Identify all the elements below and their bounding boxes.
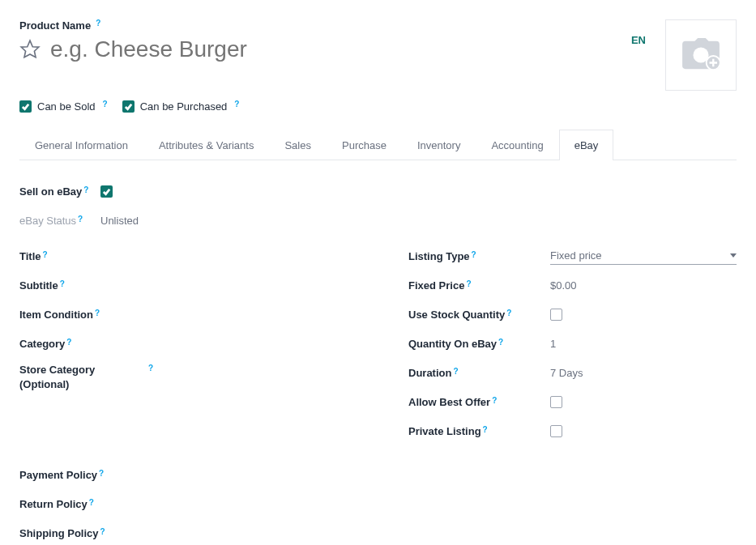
qty-on-ebay-label: Quantity On eBay? xyxy=(408,338,550,350)
product-image-placeholder[interactable] xyxy=(665,19,737,91)
help-icon[interactable]: ? xyxy=(43,250,48,259)
can-be-sold-checkbox[interactable]: Can be Sold? xyxy=(19,100,108,113)
help-icon[interactable]: ? xyxy=(78,215,83,224)
checkbox-checked-icon xyxy=(19,100,32,113)
tab-ebay[interactable]: eBay xyxy=(559,130,614,160)
listing-type-select[interactable]: Fixed price xyxy=(550,247,737,265)
payment-policy-label: Payment Policy? xyxy=(19,469,153,481)
category-label: Category? xyxy=(19,338,153,350)
help-icon[interactable]: ? xyxy=(60,279,65,288)
svg-marker-0 xyxy=(21,40,39,57)
store-category-label: Store Category (Optional)? xyxy=(19,363,153,392)
help-icon[interactable]: ? xyxy=(453,367,458,376)
ebay-status-label: eBay Status? xyxy=(19,215,100,227)
product-name-input[interactable] xyxy=(50,36,631,62)
title-label: Title? xyxy=(19,250,153,262)
can-be-purchased-checkbox[interactable]: Can be Purchased? xyxy=(122,100,240,113)
allow-best-offer-label: Allow Best Offer? xyxy=(408,396,550,408)
camera-plus-icon xyxy=(681,38,721,72)
private-listing-label: Private Listing? xyxy=(408,425,550,437)
help-icon[interactable]: ? xyxy=(66,338,71,347)
allow-best-offer-checkbox[interactable] xyxy=(550,396,562,408)
tab-purchase[interactable]: Purchase xyxy=(327,130,402,160)
subtitle-label: Subtitle? xyxy=(19,279,153,292)
duration-value[interactable]: 7 Days xyxy=(550,367,737,379)
use-stock-qty-checkbox[interactable] xyxy=(550,309,562,321)
help-icon[interactable]: ? xyxy=(95,309,100,317)
fixed-price-value[interactable]: $0.00 xyxy=(550,279,737,292)
help-icon[interactable]: ? xyxy=(99,469,104,478)
use-stock-qty-label: Use Stock Quantity? xyxy=(408,309,550,321)
listing-type-label: Listing Type? xyxy=(408,250,550,262)
help-icon[interactable]: ? xyxy=(83,185,88,194)
tab-attributes-variants[interactable]: Attributes & Variants xyxy=(143,130,270,160)
help-icon[interactable]: ? xyxy=(100,527,105,536)
help-icon[interactable]: ? xyxy=(506,309,511,317)
help-icon[interactable]: ? xyxy=(96,19,100,28)
duration-label: Duration? xyxy=(408,367,550,379)
help-icon[interactable]: ? xyxy=(498,338,503,347)
tab-sales[interactable]: Sales xyxy=(269,130,327,160)
help-icon[interactable]: ? xyxy=(148,363,153,374)
tabs: General Information Attributes & Variant… xyxy=(19,129,737,160)
star-icon[interactable] xyxy=(19,39,41,60)
language-badge[interactable]: EN xyxy=(631,34,646,46)
help-icon[interactable]: ? xyxy=(103,100,108,109)
help-icon[interactable]: ? xyxy=(466,279,471,288)
sell-on-ebay-checkbox[interactable] xyxy=(100,185,113,198)
product-name-label: Product Name? xyxy=(19,19,100,32)
tab-accounting[interactable]: Accounting xyxy=(476,130,558,160)
shipping-policy-label: Shipping Policy? xyxy=(19,527,153,539)
return-policy-label: Return Policy? xyxy=(19,498,153,510)
help-icon[interactable]: ? xyxy=(472,250,476,259)
tab-inventory[interactable]: Inventory xyxy=(402,130,476,160)
private-listing-checkbox[interactable] xyxy=(550,425,562,437)
help-icon[interactable]: ? xyxy=(89,498,94,507)
help-icon[interactable]: ? xyxy=(234,100,239,109)
help-icon[interactable]: ? xyxy=(483,425,488,434)
sell-on-ebay-label: Sell on eBay? xyxy=(19,185,100,198)
help-icon[interactable]: ? xyxy=(492,396,497,405)
qty-on-ebay-value[interactable]: 1 xyxy=(550,338,737,350)
item-condition-label: Item Condition? xyxy=(19,309,153,321)
tab-general-information[interactable]: General Information xyxy=(19,130,143,160)
fixed-price-label: Fixed Price? xyxy=(408,279,550,292)
chevron-down-icon xyxy=(730,253,737,258)
checkbox-checked-icon xyxy=(122,100,135,113)
ebay-status-value: Unlisted xyxy=(100,215,737,227)
